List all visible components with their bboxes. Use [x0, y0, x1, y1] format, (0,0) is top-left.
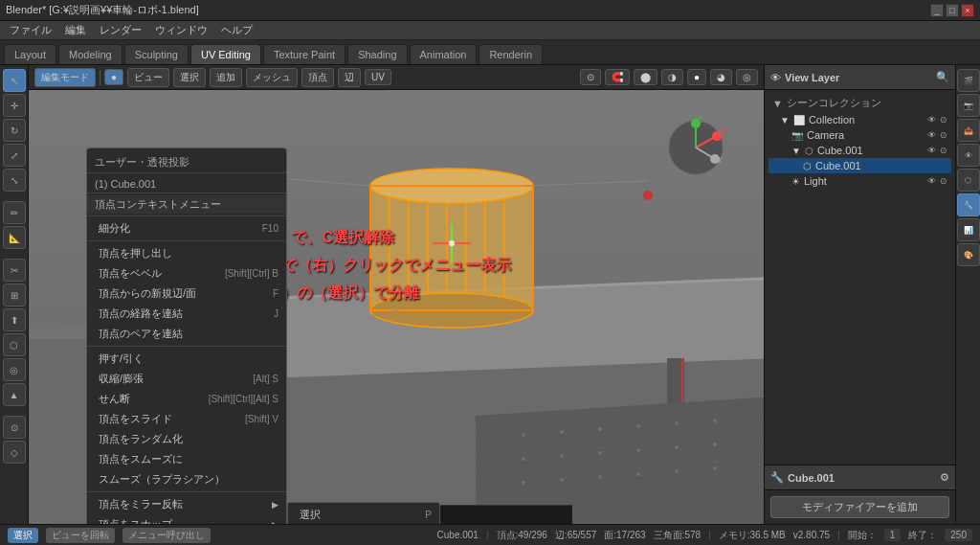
cm-item-laplacian[interactable]: スムーズ（ラプラシアン） [87, 469, 286, 489]
cm-item-bevel[interactable]: 頂点をベベル [Shift][Ctrl] B [87, 263, 286, 284]
solid-view-btn[interactable]: ● [687, 69, 706, 85]
cm-item-slide[interactable]: 頂点をスライド [Shift] V [87, 409, 286, 429]
cm-item-new-edge[interactable]: 頂点からの新規辺/面 F [87, 284, 286, 304]
statusbar-memory: メモリ:36.5 MB [719, 529, 786, 542]
workspace-tabs: Layout Modeling Sculpting UV Editing Tex… [0, 40, 980, 65]
tree-collection[interactable]: ▼ ⬜ Collection 👁 ⊙ [768, 112, 951, 127]
tab-rendering[interactable]: Renderin [479, 44, 543, 64]
tool-poly-build[interactable]: ▲ [3, 383, 26, 406]
cm-item-snap[interactable]: 頂点をスナップ [87, 514, 286, 524]
statusbar-right-btn: メニュー呼び出し [122, 528, 211, 543]
cm-item-subdivide[interactable]: 細分化 F10 [87, 218, 286, 238]
overlay-btn[interactable]: ⬤ [634, 69, 657, 85]
svg-text:Y: Y [717, 155, 723, 165]
tool-measure[interactable]: 📐 [3, 226, 26, 249]
cm-item-shear[interactable]: せん断 [Shift][Ctrl][Alt] S [87, 389, 286, 409]
maximize-button[interactable]: □ [946, 4, 959, 17]
add-menu-button[interactable]: 追加 [210, 68, 242, 87]
cm-item-shrink[interactable]: 収縮/膨張 [Alt] S [87, 369, 286, 389]
tool-loop-cut[interactable]: ⊞ [3, 284, 26, 307]
object-label: (1) Cube.001 [87, 175, 286, 193]
modifier-props-btn[interactable]: 🔧 [957, 193, 980, 216]
tab-uv-editing[interactable]: UV Editing [190, 44, 261, 64]
cm-item-randomize[interactable]: 頂点をランダム化 [87, 429, 286, 449]
statusbar-left-btn: 選択 [8, 528, 38, 543]
statusbar-object: Cube.001 [437, 530, 479, 540]
tool-bevel[interactable]: ◎ [3, 358, 26, 381]
data-props-btn[interactable]: 📊 [957, 218, 980, 241]
xray-btn[interactable]: ◑ [661, 69, 683, 85]
tool-inset[interactable]: ⬡ [3, 333, 26, 356]
material-view-btn[interactable]: ◕ [710, 69, 732, 85]
menu-window[interactable]: ウィンドウ [149, 22, 213, 38]
submenu-separate: 選択 P マテリアルで P 選択中の形状を新規メッシュに... [287, 502, 440, 524]
tool-knife[interactable]: ✂ [3, 259, 26, 282]
snap-btn[interactable]: 🧲 [605, 69, 630, 85]
tool-cursor[interactable]: ↖ [3, 69, 26, 92]
cm-item-connect-pair[interactable]: 頂点のペアを連結 [87, 324, 286, 344]
frame-end-value[interactable]: 250 [945, 529, 972, 541]
tab-sculpting[interactable]: Sculpting [124, 44, 189, 64]
tool-rotate[interactable]: ↻ [3, 119, 26, 142]
cm-item-connect-path[interactable]: 頂点の経路を連結 J [87, 304, 286, 324]
tool-scale[interactable]: ⤢ [3, 144, 26, 167]
render-view-btn[interactable]: ◎ [736, 69, 758, 85]
vertex-select-button[interactable]: ● [104, 69, 123, 85]
middle-mouse-label: ビューを回転 [46, 528, 115, 543]
material-props-btn[interactable]: 🎨 [957, 243, 980, 266]
output-props-btn[interactable]: 📤 [957, 119, 980, 142]
collapse-icon[interactable]: ▼ [772, 98, 783, 109]
menu-render[interactable]: レンダー [94, 22, 147, 38]
viewport-header: 編集モード ● ビュー 選択 追加 メッシュ 頂点 辺 UV ⊙ 🧲 ⬤ ◑ ●… [29, 65, 764, 90]
cm-item-smooth[interactable]: 頂点をスムーズに [87, 449, 286, 469]
render-props-btn[interactable]: 📷 [957, 94, 980, 117]
svg-point-33 [522, 481, 525, 485]
cm-item-mirror[interactable]: 頂点をミラー反転 [87, 494, 286, 514]
cm-item-push-pull[interactable]: 押す/引く [87, 349, 286, 369]
tree-camera[interactable]: 📷 Camera 👁 ⊙ [768, 127, 951, 143]
menu-edit[interactable]: 編集 [59, 22, 92, 38]
vertex-menu-button[interactable]: 頂点 [301, 68, 334, 87]
tool-shear[interactable]: ◇ [3, 441, 26, 464]
view-layer-props-btn[interactable]: 👁 [957, 144, 980, 167]
tab-modeling[interactable]: Modeling [58, 44, 122, 64]
tree-cube001-child[interactable]: ⬡ Cube.001 [768, 158, 951, 173]
tab-layout[interactable]: Layout [4, 44, 56, 64]
tool-extrude[interactable]: ⬆ [3, 308, 26, 331]
tool-move[interactable]: ✛ [3, 94, 26, 117]
tree-cube001-parent[interactable]: ▼ ⬡ Cube.001 👁 ⊙ [768, 143, 951, 158]
tool-transform[interactable]: ⤡ [3, 169, 26, 192]
menu-file[interactable]: ファイル [4, 22, 57, 38]
viewport-canvas[interactable]: X Y Z ①「Esc」で、C選択解除 [29, 90, 764, 524]
menu-help[interactable]: ヘルプ [215, 22, 258, 38]
tree-light[interactable]: ☀ Light 👁 ⊙ [768, 173, 951, 189]
light-icon: ☀ [791, 176, 800, 187]
main-area: ↖ ✛ ↻ ⤢ ⤡ ✏ 📐 ✂ ⊞ ⬆ ⬡ ◎ ▲ ⊙ ◇ 編集モード ● ビュ… [0, 65, 980, 524]
cm-item-extrude[interactable]: 頂点を押し出し [87, 243, 286, 263]
object-props-btn[interactable]: ⬡ [957, 169, 980, 192]
svg-point-24 [636, 424, 640, 428]
scene-collection-header: ▼ シーンコレクション [768, 94, 951, 112]
view-layer-icon: 👁 [770, 72, 781, 83]
mesh-menu-button[interactable]: メッシュ [246, 68, 298, 87]
select-menu-button[interactable]: 選択 [173, 68, 206, 87]
view-menu-button[interactable]: ビュー [127, 68, 169, 87]
edit-mode-button[interactable]: 編集モード [34, 68, 96, 87]
frame-current[interactable]: 1 [884, 529, 902, 541]
properties-options-icon[interactable]: ⚙ [940, 471, 949, 484]
proportional-btn[interactable]: ⊙ [580, 69, 601, 85]
submenu-select[interactable]: 選択 P [288, 505, 439, 524]
outliner-search-icon[interactable]: 🔍 [936, 71, 949, 83]
add-modifier-button[interactable]: モディファイアーを追加 [770, 496, 949, 518]
tab-animation[interactable]: Animation [410, 44, 478, 64]
tab-texture-paint[interactable]: Texture Paint [263, 44, 345, 64]
uv-menu-button[interactable]: UV [365, 69, 391, 85]
tool-shrink[interactable]: ⊙ [3, 416, 26, 439]
tool-annotate[interactable]: ✏ [3, 201, 26, 224]
tab-shading[interactable]: Shading [347, 44, 407, 64]
outliner-header: 👁 View Layer 🔍 [765, 65, 955, 90]
close-button[interactable]: × [961, 4, 974, 17]
minimize-button[interactable]: _ [930, 4, 944, 17]
edge-menu-button[interactable]: 辺 [338, 68, 361, 87]
scene-props-btn[interactable]: 🎬 [957, 69, 980, 92]
